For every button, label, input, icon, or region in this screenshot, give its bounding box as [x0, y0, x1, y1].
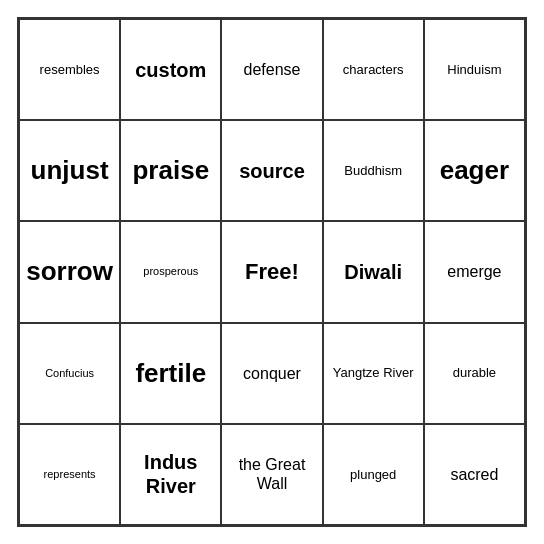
bingo-cell-8: Buddhism	[323, 120, 424, 221]
bingo-cell-7: source	[221, 120, 322, 221]
bingo-cell-20: represents	[19, 424, 120, 525]
bingo-cell-10: sorrow	[19, 221, 120, 322]
bingo-cell-9: eager	[424, 120, 525, 221]
bingo-cell-12: Free!	[221, 221, 322, 322]
bingo-cell-14: emerge	[424, 221, 525, 322]
bingo-cell-24: sacred	[424, 424, 525, 525]
bingo-cell-6: praise	[120, 120, 221, 221]
bingo-cell-0: resembles	[19, 19, 120, 120]
bingo-cell-16: fertile	[120, 323, 221, 424]
bingo-cell-2: defense	[221, 19, 322, 120]
bingo-cell-4: Hinduism	[424, 19, 525, 120]
bingo-cell-21: Indus River	[120, 424, 221, 525]
bingo-cell-13: Diwali	[323, 221, 424, 322]
bingo-cell-17: conquer	[221, 323, 322, 424]
bingo-cell-18: Yangtze River	[323, 323, 424, 424]
bingo-cell-1: custom	[120, 19, 221, 120]
bingo-board: resemblescustomdefensecharactersHinduism…	[17, 17, 527, 527]
bingo-cell-15: Confucius	[19, 323, 120, 424]
bingo-cell-5: unjust	[19, 120, 120, 221]
bingo-cell-11: prosperous	[120, 221, 221, 322]
bingo-cell-22: the Great Wall	[221, 424, 322, 525]
bingo-cell-3: characters	[323, 19, 424, 120]
bingo-cell-19: durable	[424, 323, 525, 424]
bingo-cell-23: plunged	[323, 424, 424, 525]
